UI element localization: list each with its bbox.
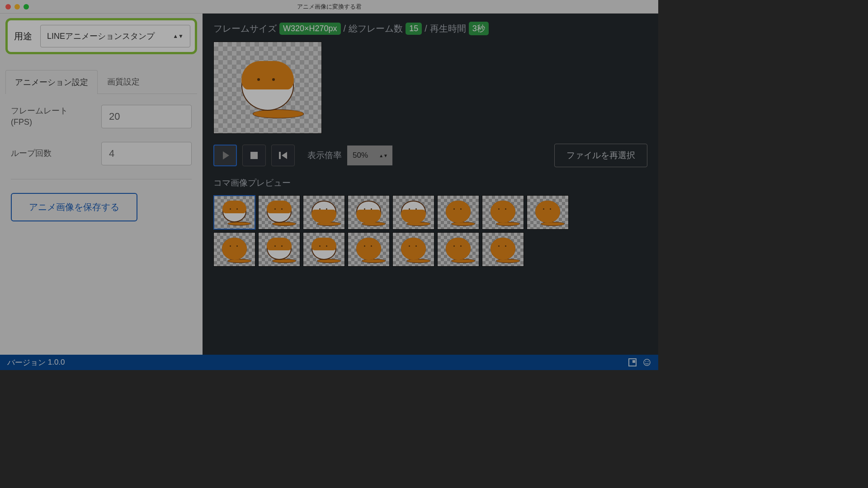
frame-thumbnail[interactable] (527, 195, 569, 230)
frame-thumbnail[interactable] (437, 195, 479, 230)
close-window-button[interactable] (5, 4, 11, 9)
zoom-select[interactable]: 50% ▲▼ (347, 145, 392, 165)
frame-thumbnail[interactable] (392, 232, 434, 267)
frame-size-badge: W320×H270px (279, 23, 341, 35)
frame-thumbnail[interactable] (392, 195, 434, 230)
frame-thumbnail[interactable] (258, 195, 300, 230)
duration-label: 再生時間 (430, 23, 466, 35)
playback-controls: 表示倍率 50% ▲▼ ファイルを再選択 (213, 144, 647, 167)
save-animation-button[interactable]: アニメ画像を保存する (11, 193, 137, 221)
maximize-window-button[interactable] (24, 4, 29, 9)
stop-icon (250, 152, 258, 159)
window-controls (5, 4, 29, 9)
total-frames-label: 総フレーム数 (349, 23, 403, 35)
stop-button[interactable] (242, 145, 266, 166)
fps-label: フレームレート (FPS) (11, 105, 101, 128)
tab-animation-settings[interactable]: アニメーション設定 (5, 70, 98, 94)
preview-canvas (213, 42, 322, 134)
frame-thumbnail[interactable] (258, 232, 300, 267)
divider (11, 179, 192, 179)
purpose-select[interactable]: LINEアニメーションスタンプ ▲▼ (40, 25, 190, 47)
chevron-updown-icon: ▲▼ (379, 154, 388, 157)
play-icon (223, 151, 229, 160)
svg-rect-1 (632, 360, 635, 363)
tab-quality-settings[interactable]: 画質設定 (98, 70, 149, 94)
version-label: バージョン (7, 357, 46, 368)
loop-count-input[interactable]: 4 (101, 142, 192, 165)
duration-badge: 3秒 (469, 22, 489, 35)
settings-tabs: アニメーション設定 画質設定 (5, 70, 197, 94)
frames-heading: コマ画像プレビュー (213, 177, 647, 189)
frame-thumbnail[interactable] (348, 195, 390, 230)
frame-info-line: フレームサイズ W320×H270px / 総フレーム数 15 / 再生時間 3… (213, 22, 647, 35)
settings-sidebar: 用途 LINEアニメーションスタンプ ▲▼ アニメーション設定 画質設定 フレー… (0, 14, 203, 355)
loop-count-label: ループ回数 (11, 148, 101, 159)
fps-input[interactable]: 20 (101, 105, 192, 128)
frame-thumbnail[interactable] (482, 195, 524, 230)
frame-size-label: フレームサイズ (213, 23, 277, 35)
minimize-window-button[interactable] (14, 4, 20, 9)
purpose-highlight: 用途 LINEアニメーションスタンプ ▲▼ (5, 18, 197, 54)
zoom-label: 表示倍率 (307, 150, 342, 161)
reselect-files-button[interactable]: ファイルを再選択 (554, 144, 647, 167)
step-back-icon (279, 152, 287, 159)
version-value: 1.0.0 (48, 358, 65, 367)
svg-point-4 (648, 361, 649, 362)
app-window: アニメ画像に変換する君 用途 LINEアニメーションスタンプ ▲▼ アニメーショ… (0, 0, 658, 370)
window-title: アニメ画像に変換する君 (297, 3, 362, 11)
frame-thumbnails (213, 195, 611, 267)
frame-thumbnail[interactable] (303, 195, 345, 230)
step-back-button[interactable] (271, 145, 295, 166)
frame-thumbnail[interactable] (348, 232, 390, 267)
purpose-label: 用途 (12, 30, 32, 42)
titlebar: アニメ画像に変換する君 (0, 0, 658, 14)
smiley-icon[interactable] (643, 358, 651, 366)
frame-thumbnail[interactable] (303, 232, 345, 267)
svg-point-3 (646, 361, 646, 362)
frame-thumbnail[interactable] (482, 232, 524, 267)
frame-thumbnail[interactable] (437, 232, 479, 267)
svg-point-2 (644, 359, 650, 366)
purpose-select-value: LINEアニメーションスタンプ (47, 31, 155, 42)
app-logo-icon[interactable] (628, 358, 637, 366)
frame-thumbnail[interactable] (213, 195, 255, 230)
chevron-updown-icon: ▲▼ (173, 35, 184, 38)
preview-panel: フレームサイズ W320×H270px / 総フレーム数 15 / 再生時間 3… (203, 14, 658, 355)
frame-thumbnail[interactable] (213, 232, 255, 267)
total-frames-badge: 15 (406, 23, 422, 35)
play-button[interactable] (213, 145, 237, 166)
status-bar: バージョン 1.0.0 (0, 355, 658, 370)
